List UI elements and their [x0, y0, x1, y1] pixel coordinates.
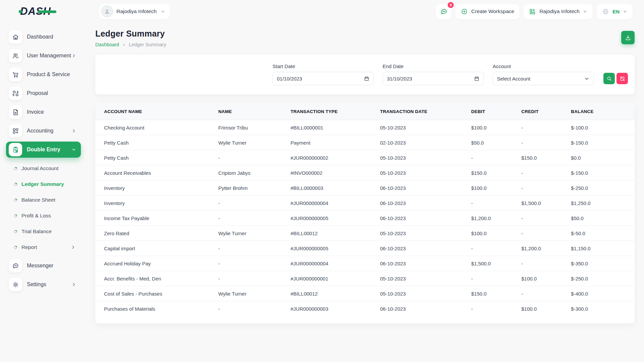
messages-badge: 0	[448, 2, 454, 8]
create-workspace-label: Create Workspace	[471, 8, 514, 14]
table-cell: $1,150.0	[571, 241, 635, 256]
table-cell: Inventory	[95, 180, 218, 196]
table-cell: -	[218, 301, 290, 316]
table-cell: 05-10-2023	[380, 150, 471, 165]
table-cell: Checking Account	[95, 120, 218, 135]
table-cell: $1,500.0	[521, 196, 571, 211]
table-cell: #INVO000002	[291, 165, 380, 180]
table-cell: 05-10-2023	[380, 165, 471, 180]
column-header-balance: BALANCE	[571, 103, 635, 120]
table-cell: -	[218, 241, 290, 256]
table-cell: $1,200.0	[521, 241, 571, 256]
user-avatar-icon	[102, 6, 112, 17]
table-cell: -	[218, 211, 290, 226]
sidebar-subitem-label: Trial Balance	[21, 228, 52, 235]
table-cell: 06-10-2023	[380, 256, 471, 271]
invoice-icon	[9, 105, 22, 119]
table-cell: -	[471, 241, 521, 256]
chevron-right-icon	[71, 53, 76, 58]
create-workspace-button[interactable]: Create Workspace	[455, 4, 519, 19]
sidebar-subitem-trial-balance[interactable]: Trial Balance	[6, 225, 81, 238]
chevron-right-icon	[71, 245, 76, 250]
download-button[interactable]	[621, 31, 635, 44]
sidebar-item-settings[interactable]: Settings	[6, 276, 81, 293]
column-header-transaction-date: TRANSACTION DATE	[380, 103, 471, 120]
sidebar-item-dashboard[interactable]: Dashboard	[6, 29, 81, 45]
account-label: Account	[493, 63, 594, 69]
table-cell: 06-10-2023	[380, 180, 471, 196]
chat-icon	[440, 8, 448, 15]
account-select[interactable]: Select Account	[493, 72, 594, 85]
column-header-account-name: ACCOUNT NAME	[95, 103, 218, 120]
table-cell: #JUR000000004	[291, 256, 380, 271]
language-selector[interactable]: EN	[597, 4, 633, 19]
column-header-name: NAME	[218, 103, 290, 120]
sidebar-item-accounting[interactable]: Accounting	[6, 123, 81, 139]
messenger-icon	[9, 259, 22, 272]
table-cell: -	[521, 226, 571, 241]
sidebar-item-invoice[interactable]: Invoice	[6, 104, 81, 120]
table-cell: $-150.0	[571, 165, 635, 180]
sidebar-subitem-profit-loss[interactable]: Profit & Loss	[6, 209, 81, 222]
workspace-name: Rajodiya Infotech	[116, 8, 157, 14]
ledger-table: ACCOUNT NAMENAMETRANSACTION TYPETRANSACT…	[95, 103, 635, 316]
sidebar-item-messenger[interactable]: Messenger	[6, 258, 81, 274]
start-date-value: 01/10/2023	[277, 76, 302, 82]
table-cell: #JUR000000001	[291, 271, 380, 286]
sidebar-item-label: Messenger	[27, 263, 53, 269]
sidebar-item-product-service[interactable]: Product & Service	[6, 66, 81, 83]
table-cell: -	[471, 196, 521, 211]
breadcrumb-current: Ledger Summary	[129, 42, 166, 47]
table-cell: Cost of Sales - Purchases	[95, 286, 218, 301]
plus-circle-icon	[461, 8, 468, 15]
table-cell: $-250.0	[571, 180, 635, 196]
messages-button[interactable]: 0	[436, 4, 451, 19]
table-cell: -	[218, 271, 290, 286]
sidebar-subitem-journal-account[interactable]: Journal Account	[6, 162, 81, 175]
top-header: DASH Rajodiya Infotech 0 Create	[0, 0, 644, 23]
bullet-icon	[14, 214, 17, 218]
column-header-transaction-type: TRANSACTION TYPE	[291, 103, 380, 120]
table-cell: 05-10-2023	[380, 226, 471, 241]
table-cell: Account Receivables	[95, 165, 218, 180]
sidebar-item-double-entry[interactable]: Double Entry	[6, 142, 81, 158]
table-cell: $150.0	[521, 150, 571, 165]
organization-switcher[interactable]: Rajodiya Infotech	[524, 4, 593, 19]
end-date-input[interactable]: 31/10/2023	[383, 72, 484, 85]
double-entry-icon	[9, 143, 22, 156]
filter-panel: Start Date 01/10/2023 End Date 31/10/202…	[95, 55, 635, 94]
chevron-down-icon	[623, 9, 627, 14]
table-cell: $1,500.0	[471, 256, 521, 271]
workspace-selector[interactable]: Rajodiya Infotech	[99, 4, 170, 19]
table-cell: Wylie Turner	[218, 135, 290, 150]
table-cell: $-350.0	[571, 256, 635, 271]
table-row: Account ReceivablesCriptom Jabys#INVO000…	[95, 165, 635, 180]
bullet-icon	[14, 198, 17, 202]
sidebar-item-label: Invoice	[27, 109, 44, 115]
table-cell: $100.0	[471, 120, 521, 135]
start-date-input[interactable]: 01/10/2023	[273, 72, 374, 85]
table-cell: $150.0	[471, 286, 521, 301]
table-cell: $-400.0	[571, 286, 635, 301]
sidebar-footer-nav: MessengerSettings	[6, 258, 81, 293]
chevron-down-icon	[583, 9, 587, 14]
table-header-row: ACCOUNT NAMENAMETRANSACTION TYPETRANSACT…	[95, 103, 635, 120]
table-cell: -	[471, 271, 521, 286]
column-header-credit: CREDIT	[521, 103, 571, 120]
sidebar-subitem-ledger-summary[interactable]: Ledger Summary	[6, 177, 81, 191]
breadcrumb-link-dashboard[interactable]: Dashboard	[95, 42, 119, 47]
search-button[interactable]	[603, 73, 615, 84]
sidebar-subitem-report[interactable]: Report	[6, 241, 81, 254]
table-cell: $-100.0	[571, 120, 635, 135]
table-cell: $150.0	[471, 165, 521, 180]
table-cell: Inventory	[95, 196, 218, 211]
sidebar-item-proposal[interactable]: Proposal	[6, 85, 81, 101]
table-cell: Capital import	[95, 241, 218, 256]
sidebar-item-user-management[interactable]: User Management	[6, 48, 81, 64]
table-row: Income Tax Payable-#JUR00000000506-10-20…	[95, 211, 635, 226]
reset-filter-button[interactable]	[616, 73, 628, 84]
table-cell: #BILL0000001	[291, 120, 380, 135]
table-cell: 05-10-2023	[380, 286, 471, 301]
sidebar-subitem-balance-sheet[interactable]: Balance Sheet	[6, 193, 81, 207]
header-actions: 0 Create Workspace Rajodiya Infotech	[436, 4, 633, 19]
